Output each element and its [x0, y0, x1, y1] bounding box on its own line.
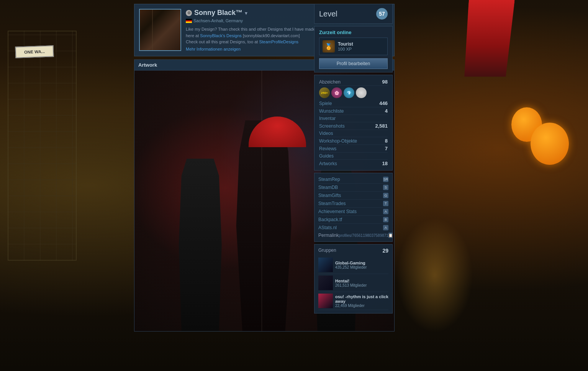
stat-link[interactable]: Spiele	[319, 101, 332, 106]
red-banner-decoration	[462, 0, 514, 77]
bio-link-sonny[interactable]: SonnyBlack's Designs	[200, 33, 242, 38]
right-glow-effect	[396, 218, 473, 333]
stat-value: 7	[385, 146, 388, 151]
group-members: 261,513 Mitglieder	[335, 283, 388, 287]
link-row: SteamGifts G	[318, 192, 388, 200]
bio-link1-text: SonnyBlack's Designs	[200, 33, 242, 38]
link-row: Backpack.tf B	[318, 216, 388, 224]
bio-link1-url: [sonnyblack90.deviantart.com]	[243, 33, 300, 38]
profile-name: Sonny Black™	[194, 9, 242, 17]
online-status-label: Zurzeit online	[319, 30, 388, 35]
links-panel: SteamRep SR SteamDB S SteamGifts G Steam…	[314, 173, 393, 242]
permalink-value: profiles/76561198037589871	[339, 233, 388, 238]
stat-row: Screenshots 2,581	[319, 122, 388, 130]
link-label: Backpack.tf	[318, 217, 342, 222]
edit-profile-label: Profil bearbeiten	[337, 61, 370, 66]
stat-label: Guides	[319, 153, 334, 159]
avatar-image	[140, 10, 180, 50]
link-label: SteamDB	[318, 185, 338, 190]
stat-link[interactable]: Guides	[319, 153, 334, 159]
stat-label: Inventar	[319, 116, 336, 121]
link-icon: A	[383, 225, 388, 230]
badge-250: 250+	[319, 87, 330, 98]
tourist-xp: 100 XP	[338, 47, 384, 51]
stat-value: 8	[385, 138, 388, 144]
bio-line3: Check out all this great Designs, too at	[186, 39, 259, 44]
stat-value: 2,581	[375, 123, 388, 129]
external-link[interactable]: Backpack.tf	[318, 217, 342, 222]
edit-profile-button[interactable]: Profil bearbeiten	[319, 58, 388, 69]
group-item[interactable]: Global-Gaming 435,252 Mitglieder	[318, 256, 388, 274]
one-way-sign: ONE WA...	[15, 45, 54, 58]
stat-row: Workshop-Objekte 8	[319, 137, 388, 145]
group-item[interactable]: osu! -rhythm is just a click away 22,459…	[318, 292, 388, 310]
level-badge: 57	[376, 8, 388, 20]
link-icon: SR	[383, 177, 388, 182]
stat-row: Guides	[319, 153, 388, 160]
stat-link[interactable]: Workshop-Objekte	[319, 138, 357, 144]
sign-text: ONE WA...	[24, 49, 45, 54]
external-link[interactable]: SteamRep	[318, 177, 340, 182]
link-icon: S	[383, 185, 388, 190]
badges-label: Abzeichen	[319, 79, 341, 85]
group-members: 435,252 Mitglieder	[335, 265, 388, 269]
groups-label: Gruppen	[318, 248, 336, 254]
stat-link[interactable]: Inventar	[319, 116, 336, 121]
badges-count: 98	[382, 79, 388, 85]
profile-edit-arrow: ▾	[245, 10, 247, 16]
external-link[interactable]: Achievement Stats	[318, 209, 357, 214]
group-avatar	[318, 258, 333, 272]
badge-white	[356, 87, 367, 98]
germany-flag	[186, 19, 192, 23]
permalink-label: Permalink	[318, 233, 339, 238]
bio-line1: Like my Design? Than check this and othe…	[186, 27, 316, 31]
level-section: Level 57	[314, 4, 393, 24]
stat-link[interactable]: Artworks	[319, 161, 337, 166]
group-info: Global-Gaming 435,252 Mitglieder	[335, 261, 388, 269]
tourist-icon: 🏅	[323, 40, 335, 53]
stat-link[interactable]: Screenshots	[319, 123, 345, 129]
stat-label: Workshop-Objekte	[319, 138, 357, 144]
group-item[interactable]: Hentai! 261,513 Mitglieder	[318, 274, 388, 292]
groups-count: 29	[382, 248, 388, 254]
right-panel: Level 57 Zurzeit online 🏅 Tourist 100 XP…	[314, 4, 393, 314]
link-row: Achievement Stats A	[318, 208, 388, 216]
link-label: SteamGifts	[318, 193, 341, 198]
stats-rows-container: Spiele 446 Wunschliste 4 Inventar Screen…	[319, 100, 388, 167]
artwork-label: Artwork	[138, 62, 157, 68]
link-icon: G	[383, 193, 388, 198]
lantern-2	[531, 123, 569, 165]
group-info: Hentai! 261,513 Mitglieder	[335, 279, 388, 287]
bio-line2: here at	[186, 33, 200, 38]
external-link[interactable]: SteamDB	[318, 185, 338, 190]
character-center	[233, 120, 295, 331]
level-label: Level	[319, 10, 337, 18]
stat-link[interactable]: Videos	[319, 131, 333, 136]
link-label: Achievement Stats	[318, 209, 357, 214]
group-avatar	[318, 294, 333, 308]
bio-link-steam[interactable]: SteamProfileDesigns	[259, 39, 298, 44]
external-link[interactable]: AStats.nl	[318, 225, 337, 230]
link-row: AStats.nl A	[318, 224, 388, 231]
external-link[interactable]: SteamTrades	[318, 201, 346, 206]
stat-link[interactable]: Reviews	[319, 146, 336, 151]
badge-aqua: 💎	[344, 87, 354, 98]
badge-game: 🌸	[331, 87, 342, 98]
stat-link[interactable]: Wunschliste	[319, 108, 344, 114]
link-label: SteamRep	[318, 177, 340, 182]
stat-row: Inventar	[319, 115, 388, 122]
link-label: SteamTrades	[318, 201, 346, 206]
permalink-copy-icon[interactable]: 📋	[388, 233, 393, 238]
group-members: 22,459 Mitglieder	[335, 304, 388, 308]
mehr-text: Mehr Informationen anzeigen	[186, 47, 241, 51]
stat-value: 446	[379, 100, 388, 106]
tourist-info: Tourist 100 XP	[338, 41, 384, 51]
permalink-row: Permalink profiles/76561198037589871 📋	[318, 231, 388, 239]
groups-panel: Gruppen 29 Global-Gaming 435,252 Mitglie…	[314, 244, 393, 314]
steam-icon: ⚙	[186, 10, 192, 16]
link-icon: A	[383, 209, 388, 214]
link-icon: T	[383, 201, 388, 206]
badges-stat-row: Abzeichen 98	[319, 78, 388, 86]
stat-row: Artworks 18	[319, 160, 388, 167]
external-link[interactable]: SteamGifts	[318, 193, 341, 198]
